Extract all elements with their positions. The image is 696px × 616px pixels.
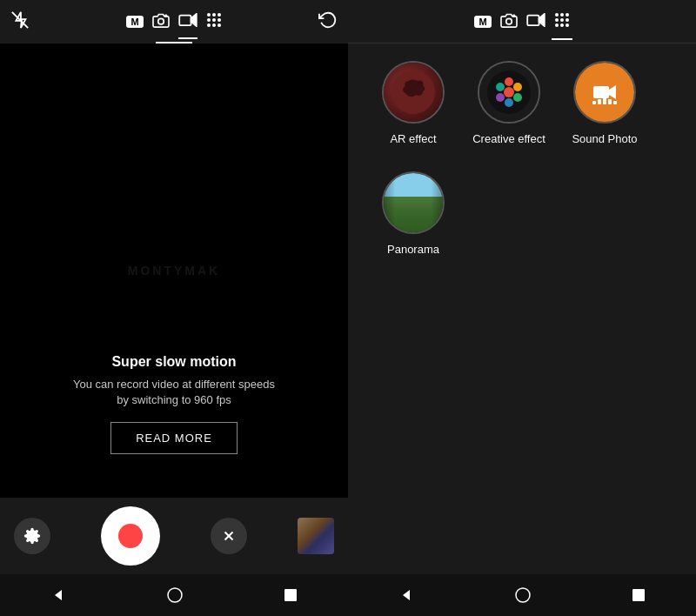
svg-rect-48 [603, 97, 606, 104]
right-panel: M [348, 0, 696, 616]
svg-point-6 [207, 13, 211, 17]
left-navbar [0, 574, 348, 616]
left-topbar: M [0, 0, 348, 44]
svg-point-37 [505, 77, 513, 86]
panorama-icon [382, 171, 445, 234]
svg-point-38 [513, 83, 522, 91]
svg-point-28 [555, 18, 559, 22]
svg-point-18 [168, 588, 182, 602]
ar-effect-item[interactable]: AR effect [374, 61, 452, 145]
grid-icon-left[interactable] [206, 12, 222, 31]
svg-rect-19 [284, 589, 297, 601]
right-navbar [348, 574, 696, 616]
rotate-camera-icon[interactable] [318, 10, 338, 34]
svg-point-42 [496, 83, 505, 91]
svg-point-31 [555, 23, 559, 27]
creative-effect-item[interactable]: Creative effect [470, 61, 548, 145]
svg-rect-47 [598, 99, 601, 104]
svg-point-7 [212, 13, 216, 17]
shutter-inner [118, 524, 143, 548]
svg-point-40 [505, 98, 513, 107]
svg-point-33 [566, 23, 569, 27]
ar-effect-image [384, 63, 443, 122]
svg-point-39 [513, 93, 522, 102]
svg-rect-46 [592, 101, 596, 104]
back-button-right[interactable] [399, 588, 413, 602]
recent-button-right[interactable] [632, 589, 645, 601]
right-topbar-icons: M [358, 12, 686, 31]
gallery-thumbnail[interactable] [298, 518, 334, 554]
right-tab-underline [552, 38, 572, 40]
slow-motion-info: Super slow motion You can record video a… [70, 354, 278, 454]
svg-point-25 [555, 13, 559, 17]
sound-photo-image [575, 63, 634, 122]
read-more-button[interactable]: READ MORE [110, 422, 238, 454]
panorama-item[interactable]: Panorama [374, 171, 452, 256]
svg-point-27 [566, 13, 569, 17]
svg-rect-23 [527, 15, 539, 25]
svg-marker-17 [55, 590, 62, 600]
shutter-button[interactable] [101, 506, 160, 566]
video-icon-right[interactable] [526, 13, 545, 30]
svg-rect-4 [179, 16, 191, 26]
svg-marker-5 [191, 14, 196, 26]
grid-icon-right[interactable] [554, 12, 570, 31]
svg-point-9 [207, 18, 211, 22]
svg-point-30 [566, 18, 569, 22]
panorama-overlay [384, 173, 443, 232]
panorama-image [384, 173, 443, 232]
sound-photo-icon [573, 61, 636, 124]
svg-rect-53 [632, 589, 645, 601]
camera-viewfinder: MONTYMAK Super slow motion You can recor… [0, 44, 348, 498]
m-badge-right[interactable]: M [474, 16, 491, 28]
camera-plus-icon-right[interactable] [500, 12, 518, 31]
camera-plus-icon-left[interactable] [152, 12, 170, 31]
svg-point-11 [218, 18, 221, 22]
close-mode-button[interactable] [211, 518, 247, 554]
video-icon-left[interactable] [178, 13, 197, 30]
svg-marker-51 [403, 590, 410, 600]
svg-point-14 [218, 23, 221, 27]
svg-point-29 [560, 18, 564, 22]
svg-point-10 [212, 18, 216, 22]
creative-effect-image [479, 63, 539, 122]
right-topbar: M [348, 0, 696, 44]
svg-point-20 [505, 18, 512, 24]
flash-off-icon[interactable] [10, 10, 30, 34]
svg-point-41 [496, 93, 505, 102]
svg-marker-24 [539, 13, 544, 25]
modes-grid: AR effect [348, 44, 696, 574]
left-panel: M [0, 0, 348, 616]
svg-point-13 [212, 23, 216, 27]
ar-effect-label: AR effect [390, 132, 436, 145]
svg-rect-50 [613, 101, 617, 104]
recent-button-left[interactable] [284, 589, 297, 601]
sound-photo-item[interactable]: Sound Photo [566, 61, 644, 145]
svg-point-36 [504, 87, 514, 97]
svg-point-26 [560, 13, 564, 17]
ar-effect-icon [382, 61, 445, 124]
m-badge-left[interactable]: M [126, 16, 143, 28]
home-button-left[interactable] [167, 587, 183, 603]
home-button-right[interactable] [515, 587, 531, 603]
svg-point-12 [207, 23, 211, 27]
svg-point-8 [218, 13, 221, 17]
creative-effect-label: Creative effect [472, 132, 545, 145]
panorama-label: Panorama [387, 243, 439, 256]
svg-rect-49 [608, 99, 612, 104]
slow-motion-desc: You can record video at different speeds… [70, 377, 278, 408]
svg-point-32 [560, 23, 564, 27]
left-topbar-icons: M [10, 12, 338, 31]
svg-rect-44 [593, 86, 609, 98]
svg-point-1 [157, 18, 164, 24]
sound-photo-label: Sound Photo [572, 132, 637, 145]
gallery-thumb-image [298, 518, 334, 554]
watermark: MONTYMAK [128, 264, 220, 278]
settings-button[interactable] [14, 518, 50, 554]
creative-effect-icon [478, 61, 540, 124]
back-button-left[interactable] [51, 588, 65, 602]
camera-controls-bar [0, 498, 348, 574]
slow-motion-title: Super slow motion [70, 354, 278, 370]
svg-point-52 [516, 588, 530, 602]
